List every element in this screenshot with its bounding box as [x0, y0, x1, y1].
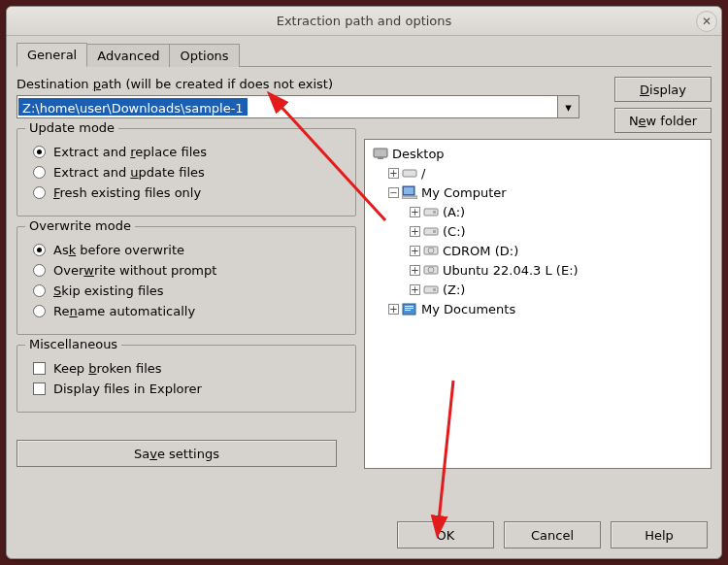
overwrite-mode-title: Overwrite mode — [25, 218, 135, 233]
radio-icon — [33, 264, 46, 277]
misc-title: Miscellaneous — [25, 337, 121, 351]
radio-icon — [33, 284, 46, 297]
drive-icon — [402, 166, 417, 180]
radio-icon — [33, 305, 46, 317]
svg-rect-17 — [405, 306, 414, 307]
tree-item-mycomputer[interactable]: − My Computer — [367, 183, 709, 202]
cdrom-icon — [423, 244, 439, 257]
misc-group: Miscellaneous Keep broken files Display … — [17, 345, 356, 413]
folder-tree[interactable]: Desktop + / − My Computer — [364, 139, 711, 469]
dialog-button-row: OK Cancel Help — [397, 521, 708, 548]
expand-icon[interactable]: + — [410, 284, 420, 295]
svg-rect-16 — [403, 304, 415, 315]
collapse-icon[interactable]: − — [388, 187, 399, 198]
destination-path-value: Z:\home\user\Downloads\sample-1 — [18, 98, 248, 116]
expand-icon[interactable]: + — [410, 226, 420, 237]
expand-icon[interactable]: + — [388, 304, 399, 315]
svg-rect-7 — [433, 211, 436, 214]
radio-skip-existing[interactable]: Skip existing files — [29, 283, 344, 298]
tree-item-drive-z[interactable]: + (Z:) — [367, 280, 709, 299]
cancel-button[interactable]: Cancel — [504, 521, 601, 548]
help-button[interactable]: Help — [611, 521, 708, 548]
checkbox-icon — [33, 362, 46, 375]
tree-item-drive-ubuntu[interactable]: + Ubuntu 22.04.3 L (E:) — [367, 260, 709, 280]
overwrite-mode-group: Overwrite mode Ask before overwrite Over… — [17, 226, 356, 335]
tree-item-mydocuments[interactable]: + My Documents — [367, 299, 709, 318]
drive-icon — [423, 224, 439, 238]
radio-extract-replace[interactable]: Extract and replace files — [29, 145, 344, 159]
dialog-window: Extraction path and options ✕ General Ad… — [6, 6, 722, 559]
tree-item-desktop[interactable]: Desktop — [367, 144, 709, 163]
svg-rect-19 — [405, 310, 411, 311]
cdrom-icon — [423, 263, 439, 277]
svg-rect-4 — [404, 187, 414, 194]
radio-icon — [33, 244, 46, 256]
drive-icon — [423, 282, 439, 296]
titlebar: Extraction path and options ✕ — [7, 7, 721, 36]
radio-rename-automatically[interactable]: Rename automatically — [29, 304, 344, 318]
drive-icon — [423, 205, 439, 218]
radio-ask-before-overwrite[interactable]: Ask before overwrite — [29, 243, 344, 257]
close-button[interactable]: ✕ — [696, 11, 717, 32]
expand-icon[interactable]: + — [388, 168, 399, 179]
ok-button[interactable]: OK — [397, 521, 494, 548]
close-icon: ✕ — [702, 15, 711, 28]
computer-icon — [402, 185, 417, 199]
tree-item-drive-c[interactable]: + (C:) — [367, 221, 709, 241]
radio-icon — [33, 146, 46, 158]
expand-icon[interactable]: + — [410, 207, 420, 217]
svg-rect-15 — [433, 288, 436, 291]
radio-icon — [33, 166, 46, 179]
desktop-icon — [373, 147, 388, 160]
new-folder-button[interactable]: New folder — [614, 108, 711, 133]
tree-item-root[interactable]: + / — [367, 163, 709, 183]
check-display-in-explorer[interactable]: Display files in Explorer — [29, 382, 344, 396]
tab-advanced[interactable]: Advanced — [86, 44, 170, 67]
destination-label: Destination path (will be created if doe… — [17, 77, 356, 91]
tab-strip: General Advanced Options — [17, 42, 711, 67]
tree-item-drive-cdrom[interactable]: + CDROM (D:) — [367, 241, 709, 260]
check-keep-broken[interactable]: Keep broken files — [29, 361, 344, 376]
expand-icon[interactable]: + — [410, 246, 420, 256]
save-settings-button[interactable]: Save settings — [17, 440, 337, 467]
tab-options[interactable]: Options — [169, 44, 239, 67]
radio-overwrite-without-prompt[interactable]: Overwrite without prompt — [29, 263, 344, 278]
svg-rect-0 — [374, 149, 387, 157]
svg-rect-2 — [403, 170, 416, 177]
svg-rect-5 — [402, 196, 417, 199]
svg-point-13 — [428, 267, 434, 273]
window-title: Extraction path and options — [277, 14, 452, 28]
svg-rect-1 — [378, 157, 383, 159]
tab-general[interactable]: General — [17, 43, 87, 67]
checkbox-icon — [33, 382, 46, 395]
update-mode-title: Update mode — [25, 120, 118, 135]
radio-fresh-existing[interactable]: Fresh existing files only — [29, 185, 344, 200]
documents-icon — [402, 302, 417, 316]
expand-icon[interactable]: + — [410, 265, 420, 276]
svg-rect-9 — [433, 230, 436, 233]
update-mode-group: Update mode Extract and replace files Ex… — [17, 128, 356, 216]
radio-icon — [33, 186, 46, 199]
radio-extract-update[interactable]: Extract and update files — [29, 165, 344, 180]
svg-rect-18 — [405, 308, 414, 309]
svg-point-11 — [428, 248, 434, 253]
display-button[interactable]: Display — [614, 77, 711, 102]
tree-item-drive-a[interactable]: + (A:) — [367, 202, 709, 221]
